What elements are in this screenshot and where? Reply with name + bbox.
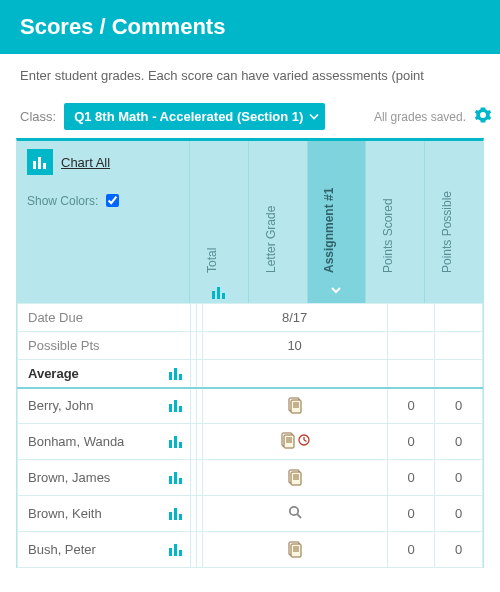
bar-chart-icon[interactable] [168, 471, 184, 484]
toolbar: Class: Q1 8th Math - Accelerated (Sectio… [0, 97, 500, 136]
chart-all-link[interactable]: Chart All [61, 155, 110, 170]
svg-rect-5 [222, 293, 225, 299]
svg-rect-30 [179, 478, 182, 484]
svg-rect-29 [174, 472, 177, 484]
svg-rect-2 [43, 163, 46, 169]
class-label: Class: [20, 109, 56, 124]
row-student: Berry, John00 [18, 388, 483, 424]
row-name-cell: Brown, Keith [18, 496, 191, 532]
grid-cell: 10 [202, 332, 387, 360]
grid-cell[interactable] [202, 496, 387, 532]
student-name[interactable]: Brown, Keith [28, 506, 102, 521]
possible-pts-label: Possible Pts [28, 338, 100, 353]
svg-rect-37 [174, 508, 177, 520]
grid-cell[interactable] [202, 460, 387, 496]
svg-rect-1 [38, 157, 41, 169]
svg-rect-38 [179, 514, 182, 520]
row-student: Brown, James00 [18, 460, 483, 496]
grid-cell: 0 [387, 424, 435, 460]
row-name-cell: Brown, James [18, 460, 191, 496]
row-student: Bonham, Wanda00 [18, 424, 483, 460]
bar-chart-icon[interactable] [168, 507, 184, 520]
grid-cell [387, 332, 435, 360]
svg-rect-17 [169, 440, 172, 448]
super-header-left: Chart All Show Colors: [17, 141, 190, 303]
svg-rect-42 [174, 544, 177, 556]
chevron-down-icon [309, 109, 319, 124]
grid-cell: 8/17 [202, 304, 387, 332]
svg-rect-7 [174, 368, 177, 380]
chevron-down-icon[interactable] [330, 284, 342, 299]
column-header-label: Assignment #1 [322, 188, 336, 273]
row-name-cell: Berry, John [18, 388, 191, 424]
column-header-letter[interactable]: Letter Grade [249, 141, 308, 303]
show-colors-checkbox[interactable] [106, 194, 119, 207]
row-date-due: Date Due8/17 [18, 304, 483, 332]
grid-cell [387, 360, 435, 388]
svg-rect-19 [179, 442, 182, 448]
column-header-label: Points Possible [440, 191, 454, 273]
svg-rect-41 [169, 548, 172, 556]
class-dropdown-value: Q1 8th Math - Accelerated (Section 1) [74, 109, 303, 124]
intro-text: Enter student grades. Each score can hav… [0, 54, 500, 97]
class-dropdown[interactable]: Q1 8th Math - Accelerated (Section 1) [64, 103, 325, 130]
svg-rect-10 [174, 400, 177, 412]
svg-rect-43 [179, 550, 182, 556]
row-average: Average [18, 360, 483, 388]
grid-cell: 0 [387, 532, 435, 568]
show-colors-label: Show Colors: [27, 194, 98, 208]
row-student: Bush, Peter00 [18, 532, 483, 568]
search-icon[interactable] [287, 508, 303, 523]
column-header-pts_possible[interactable]: Points Possible [425, 141, 483, 303]
assignment-paper-late-icon[interactable] [279, 431, 310, 449]
gear-icon[interactable] [474, 106, 492, 127]
chart-all-icon[interactable] [27, 149, 53, 175]
svg-rect-4 [217, 287, 220, 299]
student-name[interactable]: Berry, John [28, 398, 94, 413]
saved-status: All grades saved. [374, 110, 466, 124]
column-header-assign1[interactable]: Assignment #1 [308, 141, 367, 303]
svg-rect-36 [169, 512, 172, 520]
grid-cell: 0 [435, 388, 483, 424]
grid-cell: 0 [435, 460, 483, 496]
column-header-total[interactable]: Total [190, 141, 249, 303]
svg-rect-28 [169, 476, 172, 484]
assignment-paper-icon[interactable] [284, 538, 306, 560]
grid-cell[interactable] [202, 424, 387, 460]
row-possible-pts: Possible Pts10 [18, 332, 483, 360]
row-name-cell: Date Due [18, 304, 191, 332]
bar-chart-icon[interactable] [168, 435, 184, 448]
grid-cell: 0 [435, 532, 483, 568]
gradebook-grid: Chart All Show Colors: TotalLetter Grade… [16, 138, 484, 568]
grid-cell[interactable] [202, 532, 387, 568]
student-name[interactable]: Brown, James [28, 470, 110, 485]
svg-rect-0 [33, 161, 36, 169]
student-name[interactable]: Bush, Peter [28, 542, 96, 557]
svg-rect-8 [179, 374, 182, 380]
bar-chart-icon[interactable] [168, 399, 184, 412]
grid-cell: 0 [435, 424, 483, 460]
row-student: Brown, Keith00 [18, 496, 483, 532]
svg-rect-3 [212, 291, 215, 299]
assignment-paper-icon[interactable] [284, 394, 306, 416]
grid-cell [435, 332, 483, 360]
svg-point-39 [289, 507, 297, 515]
grid-cell: 0 [387, 388, 435, 424]
svg-rect-18 [174, 436, 177, 448]
column-header-pts_scored[interactable]: Points Scored [366, 141, 425, 303]
row-name-cell: Average [18, 360, 191, 388]
grades-table: Date Due8/17Possible Pts10AverageBerry, … [17, 303, 483, 568]
student-name[interactable]: Bonham, Wanda [28, 434, 124, 449]
bar-chart-icon[interactable] [168, 367, 184, 380]
svg-rect-6 [169, 372, 172, 380]
grid-cell [202, 360, 387, 388]
grid-cell [435, 360, 483, 388]
svg-line-40 [297, 514, 301, 518]
bar-chart-icon[interactable] [211, 286, 227, 299]
column-header-label: Points Scored [381, 198, 395, 273]
assignment-paper-icon[interactable] [284, 466, 306, 488]
grid-cell[interactable] [202, 388, 387, 424]
grid-super-header: Chart All Show Colors: TotalLetter Grade… [17, 141, 483, 303]
grid-cell: 0 [435, 496, 483, 532]
bar-chart-icon[interactable] [168, 543, 184, 556]
